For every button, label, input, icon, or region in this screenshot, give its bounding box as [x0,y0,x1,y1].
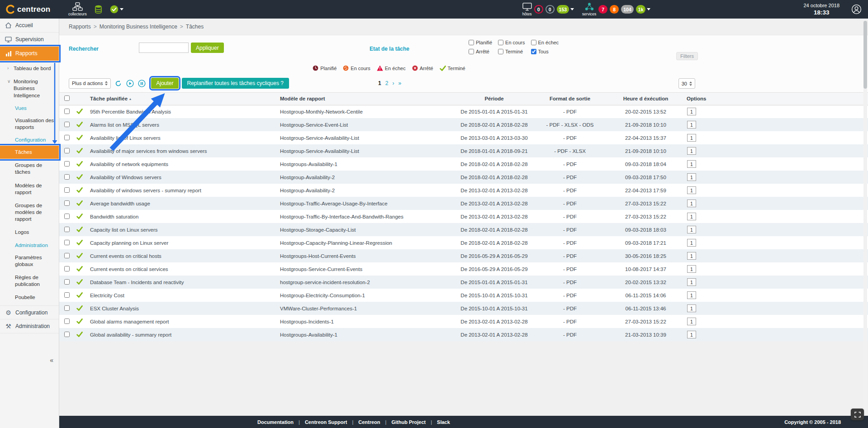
filter-option-arrete[interactable]: Arrêté [469,49,492,54]
task-name-link[interactable]: Availability of windows servers - summar… [90,188,201,193]
sidebar-item-poubelle[interactable]: Poubelle [0,291,59,304]
user-menu[interactable] [851,4,862,14]
task-name-link[interactable]: Current events on critical hosts [90,253,161,259]
row-checkbox[interactable] [64,214,70,219]
row-checkbox[interactable] [64,240,70,245]
row-checkbox[interactable] [64,227,70,232]
refresh-button[interactable] [114,79,123,88]
sidebar-item-groupes-de-modeles-de-rapport[interactable]: Groupes de modèles de rapport [0,199,59,226]
row-checkbox[interactable] [64,109,70,114]
row-checkbox[interactable] [64,319,70,324]
filter-checkbox-en-echec[interactable] [531,40,536,45]
footer-link-centreon[interactable]: Centreon [358,419,380,425]
sidebar-item-accueil[interactable]: Accueil [0,19,59,33]
sidebar-collapse-button[interactable]: « [50,357,53,364]
filter-checkbox-en-cours[interactable] [498,40,503,45]
options-value[interactable]: 1 [687,304,696,312]
row-checkbox[interactable] [64,148,70,153]
page-next[interactable]: › [392,80,394,86]
task-name-link[interactable]: Global alarms management report [90,319,169,324]
row-checkbox[interactable] [64,122,70,127]
per-page-select[interactable]: 30 [678,78,695,89]
centreon-logo[interactable]: centreon [0,5,59,14]
sidebar-item-logos[interactable]: Logos [0,226,59,239]
task-name-link[interactable]: 95th Percentile Bandwidth Analysis [90,109,171,114]
services-ok-badge[interactable]: 1k [636,5,646,14]
options-value[interactable]: 1 [687,213,696,220]
services-menu[interactable]: services [582,2,596,16]
sidebar-item-tableau-de-bord[interactable]: ›Tableau de bord [0,62,59,75]
sidebar-item-monitoring-business-intelligence[interactable]: ∨Monitoring Business Intelligence [0,75,59,102]
reschedule-button[interactable]: Replanifier toutes les tâches cycliques … [182,78,289,89]
options-value[interactable]: 1 [687,239,696,247]
options-value[interactable]: 1 [687,186,696,194]
footer-link-slack[interactable]: Slack [437,419,450,425]
row-checkbox[interactable] [64,187,70,193]
options-value[interactable]: 1 [687,134,696,142]
sidebar-section-vues[interactable]: Vues [0,102,59,114]
services-warning-badge[interactable]: 8 [610,5,619,14]
column-period[interactable]: Période [457,93,531,105]
column-output-format[interactable]: Format de sortie [531,93,608,105]
sidebar-item-rapports[interactable]: Rapports [0,47,59,61]
options-value[interactable]: 1 [687,318,696,325]
task-name-link[interactable]: Availability of major services from wind… [90,148,207,154]
breadcrumb-item-rapports[interactable]: Rapports [69,24,91,30]
apply-button[interactable]: Appliquer [191,43,224,53]
filter-option-en-echec[interactable]: En échec [531,40,559,45]
scrollbar-track[interactable] [863,20,867,414]
task-name-link[interactable]: ESX Cluster Analysis [90,306,139,311]
sort-asc-icon[interactable]: ▴ [129,97,131,101]
column-report-model[interactable]: Modèle de rapport [278,93,457,105]
sidebar-section-administration[interactable]: Administration [0,239,59,251]
hosts-menu[interactable]: hôtes [522,3,532,16]
row-checkbox[interactable] [64,200,70,206]
column-exec-time[interactable]: Heure d éxécution [608,93,683,105]
chevron-down-icon[interactable] [570,8,574,10]
pause-button[interactable] [138,79,146,88]
task-name-link[interactable]: Current events on critical services [90,266,168,272]
filter-checkbox-tous[interactable] [531,49,536,54]
column-task-name[interactable]: Tâche planifiée [90,96,128,101]
row-checkbox[interactable] [64,253,70,258]
task-name-link[interactable]: Bandwidth saturation [90,214,138,219]
platform-status-menu[interactable] [110,5,123,14]
services-critical-badge[interactable]: 7 [598,5,607,14]
options-value[interactable]: 1 [687,278,696,286]
options-value[interactable]: 1 [687,265,696,273]
sidebar-item-visualisation-des-rapports[interactable]: Visualisation des rapports [0,114,59,134]
sidebar-item-modeles-de-rapport[interactable]: Modèles de rapport [0,179,59,199]
database-status[interactable] [95,5,102,14]
breadcrumb-item-monitoring-business-intelligence[interactable]: Monitoring Business Intelligence [100,24,177,30]
search-input[interactable] [139,43,189,53]
task-name-link[interactable]: Availability of network equipments [90,162,168,167]
hosts-down-badge[interactable]: 0 [534,5,543,14]
breadcrumb-item-taches[interactable]: Tâches [186,24,204,30]
filters-tab[interactable]: Filters [676,52,698,60]
footer-link-centreon-support[interactable]: Centreon Support [305,419,347,425]
row-checkbox[interactable] [64,161,70,166]
filter-option-tous[interactable]: Tous [531,49,559,54]
options-value[interactable]: 1 [687,252,696,260]
sidebar-item-supervision[interactable]: Supervision [0,33,59,47]
options-value[interactable]: 1 [687,291,696,299]
row-checkbox[interactable] [64,305,70,311]
add-button[interactable]: Ajouter [151,78,178,89]
task-name-link[interactable]: Capacity list on Linux servers [90,227,158,233]
page-2[interactable]: 2 [385,80,389,86]
row-checkbox[interactable] [64,332,70,337]
hosts-unreachable-badge[interactable]: 0 [545,5,555,14]
sidebar-item-taches[interactable]: Tâches [0,146,59,159]
play-button[interactable] [126,79,134,88]
fullscreen-button[interactable] [851,409,864,420]
options-value[interactable]: 1 [687,121,696,128]
options-value[interactable]: 1 [687,200,696,207]
scrollbar-thumb[interactable] [863,21,867,89]
task-name-link[interactable]: Capacity planning on Linux server [90,240,168,246]
task-name-link[interactable]: Average bandwidth usage [90,201,150,206]
select-all-checkbox[interactable] [64,95,70,101]
row-checkbox[interactable] [64,279,70,285]
task-name-link[interactable]: Electricity Cost [90,293,124,298]
filter-option-en-cours[interactable]: En cours [498,40,525,45]
task-name-link[interactable]: Availability list of Linux servers [90,135,161,141]
